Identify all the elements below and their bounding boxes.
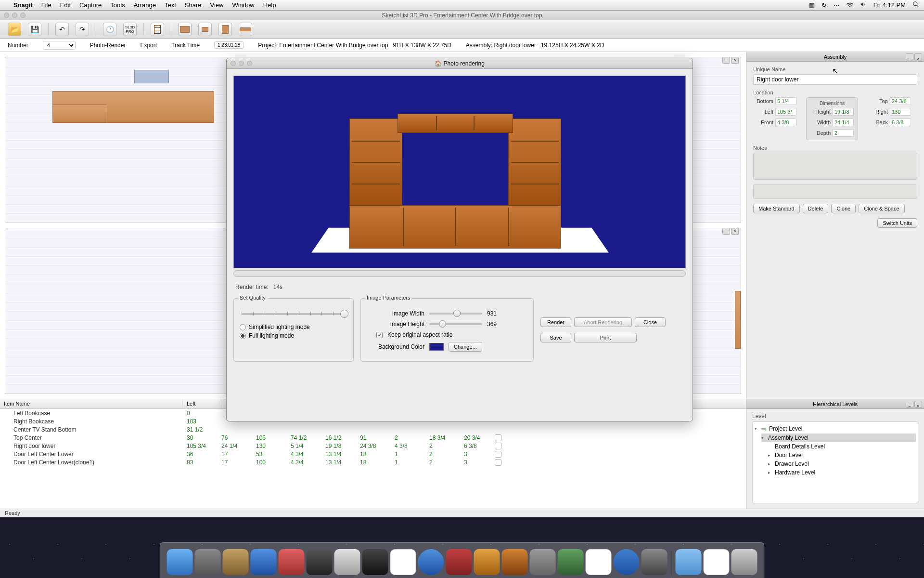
print-button[interactable]: Print — [574, 333, 637, 342]
height-input[interactable] — [833, 108, 854, 116]
close-button[interactable]: Close — [635, 317, 666, 327]
calendar-icon[interactable] — [390, 549, 416, 575]
change-color-button[interactable]: Change... — [449, 342, 482, 352]
width-input[interactable] — [833, 118, 854, 126]
clone-button[interactable]: Clone — [831, 204, 856, 213]
undo-button[interactable]: ↶ — [55, 23, 69, 36]
appstore-icon[interactable] — [251, 549, 277, 575]
iphoto-icon[interactable] — [446, 549, 472, 575]
tree-item[interactable]: Board Details Level — [768, 442, 916, 451]
img-width-slider[interactable] — [429, 313, 482, 315]
textedit-icon[interactable] — [586, 549, 612, 575]
imovie-icon[interactable] — [474, 549, 500, 575]
min-icon[interactable]: – — [722, 57, 730, 64]
safari-icon[interactable] — [334, 549, 360, 575]
top-input[interactable] — [890, 97, 911, 105]
save-button[interactable]: Save — [540, 333, 571, 342]
tree-item[interactable]: ▸Door Level — [768, 451, 916, 460]
min-icon[interactable]: – — [906, 53, 913, 60]
garageband-icon[interactable] — [502, 549, 528, 575]
photo-render-link[interactable]: Photo-Render — [90, 42, 126, 49]
volume-icon[interactable] — [860, 1, 867, 9]
menu-capture[interactable]: Capture — [79, 1, 102, 9]
menu-edit[interactable]: Edit — [60, 1, 71, 9]
menu-arrange[interactable]: Arrange — [134, 1, 156, 9]
table-row[interactable]: Right door lower105 3/424 1/41305 1/419 … — [0, 442, 746, 450]
tree-item[interactable]: ▾⇨Project Level — [755, 424, 916, 434]
trash-icon[interactable] — [732, 549, 757, 575]
close-icon[interactable]: × — [731, 228, 739, 235]
row-checkbox[interactable] — [495, 459, 501, 466]
app-icon[interactable] — [558, 549, 584, 575]
menu-extra-icon[interactable]: ⋯ — [834, 1, 840, 9]
menu-file[interactable]: File — [41, 1, 51, 9]
app-name[interactable]: Snagit — [13, 1, 33, 9]
min-icon[interactable]: – — [906, 401, 913, 407]
col-left[interactable]: Left — [183, 399, 221, 408]
left-input[interactable] — [775, 108, 796, 116]
make-standard-button[interactable]: Make Standard — [753, 204, 800, 213]
wifi-icon[interactable] — [847, 1, 853, 9]
right-input[interactable] — [890, 108, 911, 116]
app-icon[interactable] — [642, 549, 667, 575]
depth-input[interactable] — [833, 129, 854, 137]
sysprefs-icon[interactable] — [530, 549, 556, 575]
dashboard-icon[interactable] — [362, 549, 388, 575]
bookcase-icon[interactable] — [151, 23, 164, 36]
finder-icon[interactable] — [167, 549, 193, 575]
row-checkbox[interactable] — [495, 451, 501, 458]
render-scrollbar[interactable] — [233, 270, 686, 277]
board-horiz-icon[interactable] — [178, 23, 192, 36]
tree-item[interactable]: ▸Hardware Level — [768, 468, 916, 477]
itunes-icon[interactable] — [418, 549, 444, 575]
board-vert-icon[interactable] — [218, 23, 232, 36]
full-radio[interactable]: Full lighting mode — [240, 332, 347, 339]
table-row[interactable]: Door Left Center Lower3617534 3/413 1/41… — [0, 450, 746, 458]
clock[interactable]: Fri 4:12 PM — [873, 1, 906, 9]
tree-item[interactable]: ▸Drawer Level — [768, 460, 916, 468]
dock[interactable] — [160, 542, 765, 578]
quality-slider[interactable] — [242, 313, 346, 315]
keep-aspect-checkbox[interactable]: ✓ — [376, 332, 383, 338]
sl3d-button[interactable]: SL3DPRO — [123, 23, 137, 36]
menu-help[interactable]: Help — [263, 1, 276, 9]
launchpad-icon[interactable] — [195, 549, 221, 575]
app-icon[interactable] — [614, 549, 640, 575]
close-icon[interactable]: × — [731, 57, 739, 64]
img-height-slider[interactable] — [429, 323, 482, 325]
simplified-radio[interactable]: Simplified lighting mode — [240, 324, 347, 330]
row-checkbox[interactable] — [495, 434, 501, 441]
dialog-titlebar[interactable]: 🏠 Photo rendering — [227, 58, 693, 69]
spotlight-icon[interactable] — [912, 1, 919, 9]
col-item-name[interactable]: Item Name — [0, 399, 183, 408]
folder-icon[interactable] — [676, 549, 702, 575]
traffic-lights[interactable] — [4, 13, 26, 18]
photobooth-icon[interactable] — [307, 549, 333, 575]
switch-units-button[interactable]: Switch Units — [877, 218, 917, 228]
redo-button[interactable]: ↷ — [76, 23, 89, 36]
open-button[interactable]: 📂 — [8, 23, 21, 36]
front-input[interactable] — [775, 118, 796, 126]
close-icon[interactable]: × — [914, 401, 922, 407]
number-select[interactable]: 4 — [43, 41, 76, 50]
notes-textarea[interactable] — [753, 153, 917, 180]
table-row[interactable]: Top Center307610674 1/216 1/291218 3/420… — [0, 434, 746, 442]
clone-space-button[interactable]: Clone & Space — [859, 204, 904, 213]
back-input[interactable] — [890, 118, 911, 126]
unique-name-input[interactable] — [753, 74, 917, 85]
save-button[interactable]: 💾 — [28, 23, 41, 36]
tree-item[interactable]: ▾Assembly Level — [761, 434, 916, 442]
document-icon[interactable] — [704, 549, 730, 575]
menu-tools[interactable]: Tools — [110, 1, 125, 9]
close-icon[interactable]: × — [914, 53, 922, 60]
render-button[interactable]: Render — [540, 317, 571, 327]
row-checkbox[interactable] — [495, 443, 501, 449]
bottom-input[interactable] — [775, 97, 796, 105]
delete-button[interactable]: Delete — [803, 204, 829, 213]
timemachine-icon[interactable]: ↻ — [821, 1, 827, 9]
min-icon[interactable]: – — [722, 228, 730, 235]
mission-control-icon[interactable] — [223, 549, 249, 575]
snagit-icon[interactable] — [279, 549, 305, 575]
menu-share[interactable]: Share — [185, 1, 202, 9]
table-row[interactable]: Door Left Center Lower(clone1)83171004 3… — [0, 458, 746, 466]
